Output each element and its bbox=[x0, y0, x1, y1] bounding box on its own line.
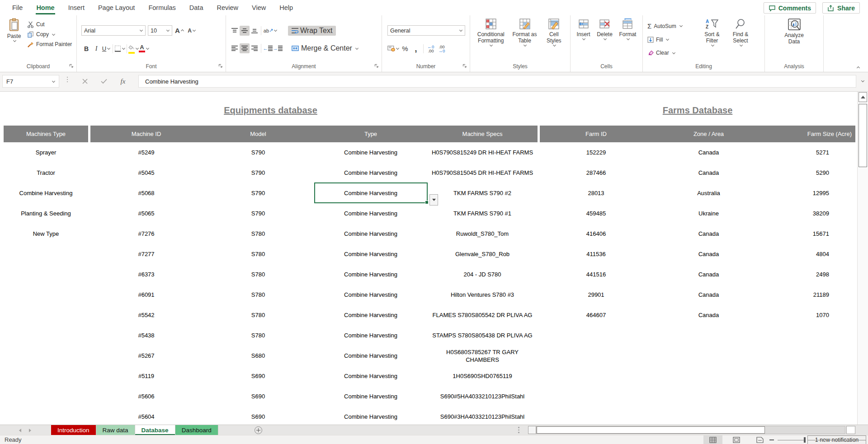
cell[interactable]: S790 bbox=[202, 142, 314, 163]
vertical-scrollbar-thumb[interactable] bbox=[859, 104, 867, 167]
italic-button[interactable]: I bbox=[91, 44, 101, 54]
format-painter-button[interactable]: Format Painter bbox=[26, 39, 73, 49]
cell[interactable]: S780 bbox=[202, 244, 314, 264]
font-size-combo[interactable]: 10 bbox=[148, 25, 172, 36]
cell[interactable]: Combine Harvesting bbox=[4, 183, 88, 203]
cell[interactable]: #5119 bbox=[90, 366, 202, 386]
insert-function-button[interactable]: fx bbox=[116, 75, 130, 88]
name-box[interactable]: F7 bbox=[2, 75, 59, 88]
cell[interactable]: Ukraine bbox=[652, 203, 765, 224]
copy-button[interactable]: Copy bbox=[26, 29, 73, 39]
align-center-button[interactable] bbox=[240, 43, 250, 53]
cell[interactable]: #5068 bbox=[90, 183, 202, 203]
cell[interactable]: Ruwoldt_S780_Tom bbox=[427, 224, 538, 244]
cancel-button[interactable] bbox=[78, 75, 92, 88]
cell[interactable] bbox=[4, 386, 88, 407]
cell[interactable]: 15671 bbox=[765, 224, 855, 244]
cell[interactable] bbox=[4, 264, 88, 285]
add-sheet-button[interactable] bbox=[255, 426, 262, 434]
cell[interactable]: S780 bbox=[202, 264, 314, 285]
cell[interactable]: Combine Harvesting bbox=[314, 244, 427, 264]
format-cells-button[interactable]: Format bbox=[617, 17, 638, 62]
horizontal-scrollbar[interactable] bbox=[536, 426, 845, 434]
decrease-font-button[interactable]: A bbox=[187, 26, 197, 36]
align-left-button[interactable] bbox=[230, 43, 240, 53]
cell[interactable]: S780 bbox=[202, 325, 314, 346]
bold-button[interactable]: B bbox=[81, 44, 91, 54]
cell[interactable]: S690 bbox=[202, 407, 314, 425]
underline-button[interactable]: U bbox=[101, 44, 111, 54]
cell[interactable]: TKM FARMS S790 #2 bbox=[427, 183, 538, 203]
cell[interactable]: 28013 bbox=[540, 183, 652, 203]
column-header[interactable]: Type bbox=[314, 126, 427, 142]
cell[interactable]: S790 bbox=[202, 183, 314, 203]
sheet-nav-left-button[interactable] bbox=[19, 429, 21, 432]
cell[interactable] bbox=[4, 407, 88, 425]
cell[interactable]: Canada bbox=[652, 285, 765, 305]
number-format-combo[interactable]: General bbox=[387, 25, 465, 36]
notification-toast[interactable]: 1 new notification bbox=[807, 435, 866, 444]
horizontal-scrollbar-thumb[interactable] bbox=[537, 426, 765, 434]
cell[interactable]: Combine Harvesting bbox=[314, 142, 427, 163]
column-header[interactable]: Machines Type bbox=[4, 126, 88, 142]
cell[interactable]: 21189 bbox=[765, 285, 855, 305]
cell[interactable]: 411536 bbox=[540, 244, 652, 264]
decrease-indent-button[interactable]: ← bbox=[263, 43, 273, 53]
column-header[interactable]: Machine Specs bbox=[427, 126, 538, 142]
cell[interactable]: Canada bbox=[652, 142, 765, 163]
cell[interactable]: 1H0S690SHD0765119 bbox=[427, 366, 538, 386]
cell[interactable]: #6091 bbox=[90, 285, 202, 305]
autosum-button[interactable]: Σ AutoSum bbox=[646, 21, 696, 31]
cell[interactable]: Combine Harvesting bbox=[314, 305, 427, 325]
cell[interactable]: Canada bbox=[652, 305, 765, 325]
sheet-nav-right-button[interactable] bbox=[29, 429, 31, 432]
align-bottom-button[interactable] bbox=[250, 26, 259, 36]
cell[interactable] bbox=[4, 366, 88, 386]
percent-button[interactable]: % bbox=[400, 44, 410, 54]
cell[interactable]: Combine Harvesting bbox=[314, 163, 427, 183]
cell[interactable]: Combine Harvesting bbox=[314, 325, 427, 346]
borders-button[interactable] bbox=[114, 44, 125, 54]
cell[interactable]: #5267 bbox=[90, 346, 202, 366]
insert-cells-button[interactable]: Insert bbox=[575, 17, 593, 62]
font-color-button[interactable]: A bbox=[139, 44, 149, 54]
cell[interactable]: 2498 bbox=[765, 264, 855, 285]
cell[interactable]: S790 bbox=[202, 203, 314, 224]
cell[interactable]: S780 bbox=[202, 285, 314, 305]
cell[interactable]: S680 bbox=[202, 346, 314, 366]
cell[interactable]: #5606 bbox=[90, 386, 202, 407]
cell[interactable]: 464607 bbox=[540, 305, 652, 325]
cell[interactable]: Combine Harvesting bbox=[314, 386, 427, 407]
column-header[interactable]: Model bbox=[202, 126, 314, 142]
cell[interactable]: Combine Harvesting bbox=[314, 346, 427, 366]
cell[interactable]: New Type bbox=[4, 224, 88, 244]
column-header[interactable]: Farm Size (Acre) bbox=[765, 126, 855, 142]
cell[interactable] bbox=[4, 244, 88, 264]
column-header[interactable]: Farm ID bbox=[540, 126, 652, 142]
sheet-tab-database[interactable]: Database bbox=[135, 425, 175, 435]
sheet-tab-introduction[interactable]: Introduction bbox=[51, 425, 96, 435]
cell[interactable]: Combine Harvesting bbox=[314, 366, 427, 386]
cell[interactable]: H0S680S785267 TR GARY CHAMBERS bbox=[427, 346, 538, 366]
comma-button[interactable]: , bbox=[411, 44, 421, 54]
cell-styles-button[interactable]: Cell Styles bbox=[541, 17, 567, 62]
font-name-combo[interactable]: Arial bbox=[81, 25, 146, 36]
increase-decimal-button[interactable]: ←0.00 bbox=[426, 44, 436, 54]
cell[interactable]: Canada bbox=[652, 264, 765, 285]
cell[interactable]: 204 - JD S780 bbox=[427, 264, 538, 285]
h-scroll-right-button[interactable] bbox=[846, 426, 855, 434]
ribbon-tab-review[interactable]: Review bbox=[210, 0, 245, 15]
cell[interactable]: STAMPS S780S805438 DR PLIVA AG bbox=[427, 325, 538, 346]
comments-button[interactable]: Comments bbox=[764, 2, 816, 14]
cell[interactable]: S790 bbox=[202, 163, 314, 183]
analyze-data-button[interactable]: Analyze Data bbox=[780, 17, 809, 62]
font-dialog-launcher[interactable] bbox=[218, 64, 223, 68]
cell[interactable]: Combine Harvesting bbox=[314, 183, 427, 203]
cell[interactable]: S780 bbox=[202, 224, 314, 244]
cell[interactable]: H0S790S815045 DR HI-HEAT FARMS bbox=[427, 163, 538, 183]
page-layout-view-button[interactable] bbox=[727, 435, 746, 444]
cell[interactable]: Combine Harvesting bbox=[314, 264, 427, 285]
increase-font-button[interactable]: A bbox=[175, 26, 184, 36]
accounting-button[interactable] bbox=[387, 44, 399, 54]
tabbar-resize-handle[interactable] bbox=[518, 427, 519, 433]
